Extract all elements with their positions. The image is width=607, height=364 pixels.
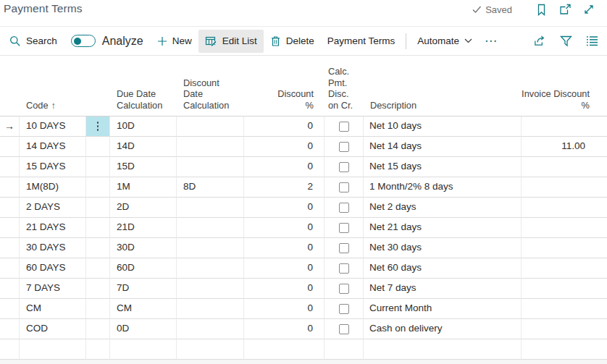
list-options-icon[interactable] bbox=[585, 35, 598, 48]
description-cell[interactable]: Cash on delivery bbox=[364, 319, 522, 339]
invoice-discount-pct-cell[interactable] bbox=[522, 258, 607, 279]
code-cell[interactable]: CM bbox=[20, 299, 86, 319]
discount-date-calculation-cell[interactable] bbox=[177, 339, 244, 360]
expand-icon[interactable] bbox=[582, 3, 595, 16]
description-cell[interactable]: Net 15 days bbox=[364, 157, 522, 177]
calc-pmt-checkbox[interactable] bbox=[339, 203, 349, 213]
invoice-discount-pct-cell[interactable] bbox=[522, 218, 607, 238]
due-date-calculation-cell[interactable]: 30D bbox=[110, 238, 177, 258]
discount-pct-cell[interactable]: 0 bbox=[244, 218, 325, 238]
delete-button[interactable]: Delete bbox=[264, 30, 321, 53]
discount-pct-cell[interactable]: 0 bbox=[244, 299, 325, 319]
discount-pct-cell[interactable]: 0 bbox=[244, 238, 325, 258]
discount-date-calculation-cell[interactable] bbox=[177, 157, 244, 177]
invoice-discount-pct-cell[interactable] bbox=[522, 157, 607, 177]
description-cell[interactable]: Net 14 days bbox=[364, 137, 522, 157]
code-cell[interactable]: 2 DAYS bbox=[20, 198, 86, 218]
discount-date-calculation-cell[interactable] bbox=[177, 299, 244, 319]
code-cell[interactable]: 14 DAYS bbox=[20, 137, 86, 157]
more-options-button[interactable]: ⋯ bbox=[479, 35, 503, 47]
discount-pct-cell[interactable]: 0 bbox=[244, 279, 325, 299]
discount-date-calculation-cell[interactable] bbox=[177, 198, 244, 218]
invoice-discount-pct-cell[interactable] bbox=[522, 198, 607, 218]
calc-pmt-checkbox[interactable] bbox=[339, 263, 349, 274]
description-cell[interactable]: Net 2 days bbox=[364, 198, 522, 218]
search-button[interactable]: Search bbox=[3, 30, 64, 53]
due-date-calculation-cell[interactable]: 60D bbox=[110, 258, 177, 279]
new-button[interactable]: New bbox=[151, 30, 198, 53]
code-cell[interactable]: 60 DAYS bbox=[20, 258, 86, 279]
payment-terms-menu-button[interactable]: Payment Terms bbox=[321, 30, 402, 53]
calc-pmt-checkbox[interactable] bbox=[339, 182, 349, 192]
discount-pct-cell[interactable]: 0 bbox=[244, 319, 325, 339]
description-cell[interactable]: Current Month bbox=[364, 299, 522, 319]
discount-pct-cell[interactable] bbox=[244, 339, 325, 360]
calc-pmt-checkbox[interactable] bbox=[339, 223, 349, 233]
due-date-calculation-cell[interactable]: 1M bbox=[110, 177, 177, 198]
description-cell[interactable]: Net 30 days bbox=[364, 238, 522, 258]
calc-pmt-checkbox[interactable] bbox=[339, 324, 349, 334]
due-date-calculation-cell[interactable]: 14D bbox=[110, 137, 177, 157]
discount-pct-cell[interactable]: 0 bbox=[244, 198, 325, 218]
analyze-toggle[interactable] bbox=[71, 35, 96, 47]
discount-date-calculation-cell[interactable] bbox=[177, 258, 244, 279]
invoice-discount-pct-cell[interactable]: 11.00 bbox=[522, 137, 607, 157]
due-date-calculation-cell[interactable]: 0D bbox=[110, 319, 177, 339]
due-date-calculation-cell[interactable]: 15D bbox=[110, 157, 177, 177]
code-cell[interactable]: 21 DAYS bbox=[20, 218, 86, 238]
discount-date-calculation-cell[interactable] bbox=[177, 319, 244, 339]
due-date-calculation-cell[interactable]: 7D bbox=[110, 279, 177, 299]
code-cell[interactable]: 15 DAYS bbox=[20, 157, 86, 177]
due-date-calculation-cell[interactable]: CM bbox=[110, 299, 177, 319]
code-cell[interactable]: 1M(8D) bbox=[20, 177, 86, 198]
share-icon[interactable] bbox=[533, 35, 546, 48]
description-cell[interactable]: Net 10 days bbox=[364, 117, 522, 137]
calc-pmt-checkbox[interactable] bbox=[339, 304, 349, 314]
code-cell[interactable]: 7 DAYS bbox=[20, 279, 86, 299]
discount-pct-cell[interactable]: 0 bbox=[244, 157, 325, 177]
description-cell[interactable]: Net 21 days bbox=[364, 218, 522, 238]
filter-icon[interactable] bbox=[559, 35, 572, 48]
column-header-calc-pmt-disc[interactable]: Calc. Pmt. Disc. on Cr. bbox=[325, 56, 364, 116]
discount-pct-cell[interactable]: 0 bbox=[244, 117, 325, 137]
discount-date-calculation-cell[interactable] bbox=[177, 117, 244, 137]
automate-menu-button[interactable]: Automate bbox=[411, 30, 479, 53]
invoice-discount-pct-cell[interactable] bbox=[522, 319, 607, 339]
calc-pmt-checkbox[interactable] bbox=[339, 162, 349, 172]
open-in-new-window-icon[interactable] bbox=[558, 3, 572, 16]
column-header-due-date-calculation[interactable]: Due Date Calculation bbox=[110, 56, 177, 116]
column-header-code[interactable]: Code↑ bbox=[20, 56, 86, 116]
code-cell[interactable] bbox=[20, 339, 86, 360]
calc-pmt-checkbox[interactable] bbox=[339, 122, 349, 132]
description-cell[interactable]: Net 7 days bbox=[364, 279, 522, 299]
due-date-calculation-cell[interactable]: 21D bbox=[110, 218, 177, 238]
edit-list-button[interactable]: Edit List bbox=[198, 30, 264, 53]
invoice-discount-pct-cell[interactable] bbox=[522, 117, 607, 137]
code-cell[interactable]: 30 DAYS bbox=[20, 238, 86, 258]
column-header-discount-pct[interactable]: Discount % bbox=[244, 56, 325, 116]
invoice-discount-pct-cell[interactable] bbox=[522, 238, 607, 258]
column-header-invoice-discount-pct[interactable]: Invoice Discount % bbox=[522, 56, 607, 116]
invoice-discount-pct-cell[interactable] bbox=[522, 177, 607, 198]
invoice-discount-pct-cell[interactable] bbox=[522, 299, 607, 319]
invoice-discount-pct-cell[interactable] bbox=[522, 279, 607, 299]
column-header-description[interactable]: Description bbox=[364, 56, 522, 116]
code-cell[interactable]: COD bbox=[20, 319, 86, 339]
description-cell[interactable]: 1 Month/2% 8 days bbox=[364, 177, 522, 198]
discount-date-calculation-cell[interactable]: 8D bbox=[177, 177, 244, 198]
due-date-calculation-cell[interactable] bbox=[110, 339, 177, 360]
code-cell[interactable]: 10 DAYS bbox=[20, 117, 86, 137]
discount-pct-cell[interactable]: 2 bbox=[244, 177, 325, 198]
row-more-options-button[interactable] bbox=[86, 117, 109, 136]
discount-date-calculation-cell[interactable] bbox=[177, 137, 244, 157]
bookmark-icon[interactable] bbox=[535, 3, 548, 16]
due-date-calculation-cell[interactable]: 2D bbox=[110, 198, 177, 218]
discount-pct-cell[interactable]: 0 bbox=[244, 258, 325, 279]
due-date-calculation-cell[interactable]: 10D bbox=[110, 117, 177, 137]
discount-date-calculation-cell[interactable] bbox=[177, 279, 244, 299]
discount-date-calculation-cell[interactable] bbox=[177, 238, 244, 258]
column-header-discount-date-calculation[interactable]: Discount Date Calculation bbox=[177, 56, 244, 116]
calc-pmt-checkbox[interactable] bbox=[339, 243, 349, 253]
description-cell[interactable]: Net 60 days bbox=[364, 258, 522, 279]
calc-pmt-checkbox[interactable] bbox=[339, 284, 349, 294]
